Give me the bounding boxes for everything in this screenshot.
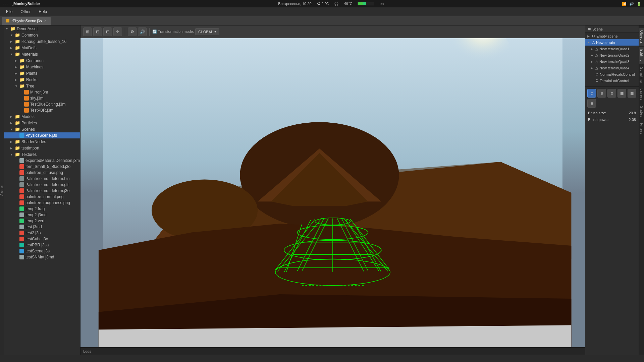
- tree-item-palmtree-gltf[interactable]: ▶ Palmtree_no_deform.gltf: [4, 182, 80, 188]
- terrain-icon: △: [595, 53, 598, 57]
- tab-physics-scene[interactable]: *PhysicsScene.j3s ✕: [2, 17, 51, 25]
- tab-states[interactable]: States: [639, 104, 644, 119]
- tree-item-palmtree-j3o[interactable]: ▶ Palmtree_no_deform.j3o: [4, 188, 80, 194]
- toolbar-btn-move[interactable]: ⊡: [93, 27, 102, 36]
- scene-tree-label: New terrain: [596, 41, 615, 45]
- tree-item-testpbr-j3sa[interactable]: ▶ testPBR.j3sa: [4, 242, 80, 248]
- toolbar-btn-select[interactable]: ⊞: [83, 27, 92, 36]
- folder-icon: 📁: [15, 52, 20, 57]
- tab-close-button[interactable]: ✕: [44, 19, 47, 22]
- tree-item-scenes[interactable]: ▼ 📁 Scenes: [4, 126, 80, 132]
- tree-item-exportedmaterial[interactable]: ▶ exportedMaterialDefinition.j3md: [4, 158, 80, 164]
- tree-item-palmtree-bin[interactable]: ▶ Palmtree_no_deform.bin: [4, 176, 80, 182]
- tree-label: MatDefs: [21, 46, 37, 50]
- file-icon-j3m: [24, 108, 29, 113]
- tree-item-centurion[interactable]: ▶ 📁 Centurion: [4, 57, 80, 64]
- tree-label: TestBlueEditing.j3m: [30, 102, 65, 107]
- file-icon-bin: [19, 176, 24, 181]
- file-icon-j3m: [24, 96, 29, 101]
- tree-item-demoasset[interactable]: ▼ 📁 DemoAsset: [4, 25, 80, 32]
- tab-objects[interactable]: Objects: [639, 28, 644, 46]
- scene-tree-label: New terrainQuad2: [599, 53, 629, 57]
- tree-item-machines[interactable]: ▶ 📁 Machines: [4, 64, 80, 70]
- tree-item-temp2-j3md[interactable]: ▶ temp2.j3md: [4, 212, 80, 218]
- scene-tree-item-quad3[interactable]: ▶ △ New terrainQuad3: [585, 58, 639, 65]
- tool-btn-slope[interactable]: ▩: [628, 89, 636, 98]
- menu-help[interactable]: Help: [35, 9, 50, 15]
- app-name: jMonkeyBuilder: [13, 2, 40, 6]
- tab-layers[interactable]: Layers: [639, 86, 644, 103]
- tree-item-matdefs[interactable]: ▶ 📁 MatDefs: [4, 45, 80, 51]
- tool-btn-smooth[interactable]: ⊗: [607, 89, 616, 98]
- scene-tree-item-normal-recalc[interactable]: ▶ ⊙ NormalRecalcControl: [585, 71, 639, 77]
- tree-item-textures[interactable]: ▼ 📁 Textures: [4, 151, 80, 158]
- tree-label: Models: [21, 114, 35, 119]
- scene-tree-item-empty-scene[interactable]: ▶ ⊡ Empty scene: [585, 33, 639, 39]
- tree-item-mirror-j3m[interactable]: ▶ Mirror.j3m: [4, 89, 80, 95]
- tree-item-fern[interactable]: ▶ fern_Small_5_Bladed.j3o: [4, 164, 80, 170]
- scene-tree-item-new-terrain[interactable]: ▼ △ New terrain: [585, 39, 639, 46]
- arrow-icon: ▶: [15, 72, 18, 75]
- tree-item-plants[interactable]: ▶ 📁 Plants: [4, 70, 80, 76]
- file-tree[interactable]: ▼ 📁 DemoAsset ▼ 📁 Common ▶ 📁 lechaug uet…: [4, 25, 80, 355]
- tree-item-palmtree-diffuse[interactable]: ▶ palmtree_diffuse.png: [4, 170, 80, 176]
- tree-item-sky-j3m[interactable]: ▶ sky.j3m: [4, 95, 80, 101]
- tab-editing[interactable]: Editing: [639, 47, 644, 64]
- toolbar-btn-grid[interactable]: ⊟: [103, 27, 112, 36]
- toolbar-btn-snap[interactable]: ✛: [113, 27, 122, 36]
- tree-item-testscene-j3s[interactable]: ▶ testScene.j3s: [4, 248, 80, 254]
- toolbar-btn-audio[interactable]: 🔊: [138, 27, 147, 36]
- tree-item-tree[interactable]: ▼ 📁 Tree: [4, 83, 80, 89]
- tree-item-physicsscene[interactable]: ▶ PhysicsScene.j3s: [4, 132, 80, 138]
- menu-file[interactable]: File: [3, 9, 16, 15]
- folder-icon: 📁: [19, 83, 25, 88]
- tree-item-particles[interactable]: ▶ 📁 Particles: [4, 120, 80, 126]
- tree-item-testimport[interactable]: ▶ 📁 testImport: [4, 145, 80, 151]
- tree-item-palmtree-normal[interactable]: ▶ palmtree_normal.png: [4, 194, 80, 200]
- tool-btn-paint[interactable]: ⊞: [587, 99, 596, 108]
- scene-tree-header: ⊞ Scene: [585, 25, 639, 33]
- folder-icon: 📁: [19, 64, 25, 69]
- tool-btn-lower[interactable]: ⊕: [597, 89, 606, 98]
- tree-item-palmtree-roughness[interactable]: ▶ palmtree_roughness.png: [4, 200, 80, 206]
- tree-item-testpbr-j3m[interactable]: ▶ TestPBR.j3m: [4, 107, 80, 113]
- tree-item-testcube[interactable]: ▶ testCube.j3o: [4, 236, 80, 242]
- tree-item-testsnmat[interactable]: ▶ testSNMat.j3md: [4, 254, 80, 260]
- tree-item-test2-j3o[interactable]: ▶ test2.j3o: [4, 230, 80, 236]
- transformation-mode-label: 🔄 Transformation mode:: [152, 29, 194, 34]
- transformation-mode-value: GLOBAL: [198, 30, 213, 34]
- scene-tree-item-quad1[interactable]: ▶ △ New terrainQuad1: [585, 46, 639, 52]
- file-icon-j3m: [24, 90, 29, 95]
- tree-item-testblueediting[interactable]: ▶ TestBlueEditing.j3m: [4, 101, 80, 107]
- toolbar-btn-settings[interactable]: ⚙: [128, 27, 137, 36]
- tree-label: DemoAsset: [17, 26, 38, 31]
- tree-label: testCube.j3o: [25, 237, 48, 241]
- tree-label: Centurion: [26, 58, 44, 63]
- tree-item-temp2-frag[interactable]: ▶ temp2.frag: [4, 206, 80, 212]
- terrain-icon: △: [592, 40, 595, 45]
- 3d-viewport[interactable]: [80, 38, 585, 347]
- tree-item-common[interactable]: ▼ 📁 Common: [4, 32, 80, 38]
- tree-item-materials[interactable]: ▼ 📁 Materials: [4, 51, 80, 57]
- tree-item-rocks[interactable]: ▶ 📁 Rocks: [4, 76, 80, 83]
- tree-item-models[interactable]: ▶ 📁 Models: [4, 113, 80, 120]
- tree-item-shadernodes[interactable]: ▶ 📁 ShaderNodes: [4, 138, 80, 145]
- weather: 🌤 2 ℃: [317, 2, 329, 6]
- tree-label: Machines: [26, 65, 43, 69]
- tree-item-temp2-vert[interactable]: ▶ temp2.vert: [4, 218, 80, 224]
- scene-tree-item-terrain-lod[interactable]: ▶ ⊙ TerrainLodControl: [585, 77, 639, 84]
- tab-scripting[interactable]: Scripting: [639, 65, 644, 85]
- scene-tree-item-quad2[interactable]: ▶ △ New terrainQuad2: [585, 52, 639, 58]
- tree-label: Palmtree_no_deform.j3o: [25, 188, 69, 193]
- tool-btn-raise[interactable]: ⊙: [587, 89, 596, 98]
- tree-label: Palmtree_no_deform.bin: [25, 176, 69, 181]
- tool-btn-level[interactable]: ▦: [618, 89, 626, 98]
- tree-item-lechauguette[interactable]: ▶ 📁 lechaug uette_tusson_16: [4, 38, 80, 45]
- transformation-mode-selector[interactable]: GLOBAL ▾: [195, 28, 219, 35]
- scene-tree-item-quad4[interactable]: ▶ △ New terrainQuad4: [585, 65, 639, 71]
- brush-size-label: Brush size:: [588, 111, 606, 115]
- tab-filters[interactable]: Filters: [639, 121, 644, 136]
- menu-other[interactable]: Other: [17, 9, 34, 15]
- tree-item-test-j3md[interactable]: ▶ test.j3md: [4, 224, 80, 230]
- tree-label: Materials: [21, 52, 38, 57]
